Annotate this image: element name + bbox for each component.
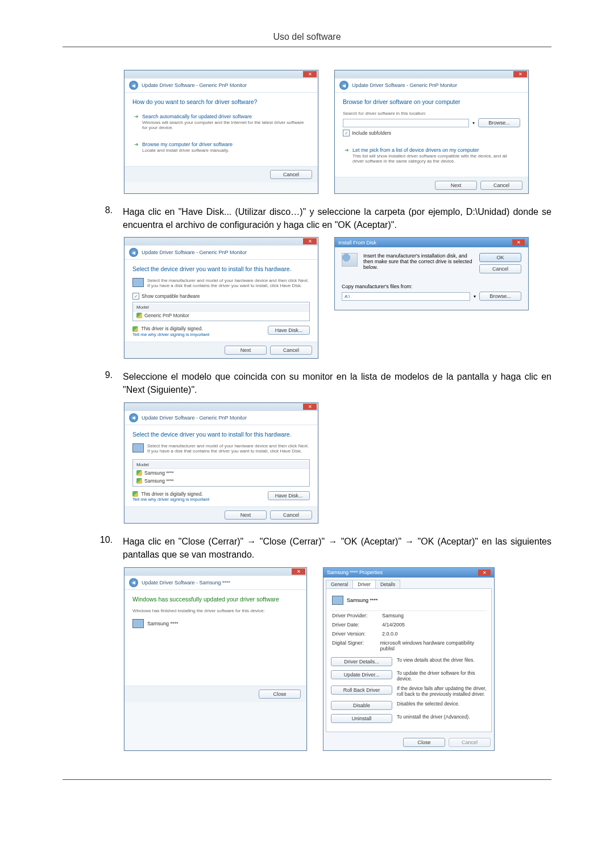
figure-row-b: ✕ ◄ Update Driver Software - Generic PnP… <box>124 237 551 359</box>
device-name: Samsung **** <box>147 621 179 626</box>
signer-value: microsoft windows hardware compatibility… <box>380 640 486 651</box>
step-number: 8. <box>63 205 123 215</box>
close-icon[interactable]: ✕ <box>303 238 317 244</box>
breadcrumb: ◄ Update Driver Software - Samsung **** <box>125 576 306 590</box>
show-compatible-checkbox[interactable]: ✓ Show compatible hardware <box>132 293 310 300</box>
dialog-instruction: Select the manufacturer and model of you… <box>147 443 310 454</box>
dialog-message: Insert the manufacturer's installation d… <box>363 253 474 273</box>
date-key: Driver Date: <box>332 622 382 628</box>
tab-details[interactable]: Details <box>375 580 400 588</box>
model-list[interactable]: Model Samsung **** Samsung **** <box>132 459 310 487</box>
driver-details-button[interactable]: Driver Details... <box>331 657 392 666</box>
option-sub: Windows will search your computer and th… <box>142 120 306 130</box>
include-subfolders-checkbox[interactable]: ✓ Include subfolders <box>343 130 520 136</box>
dialog-heading: Select the device driver you want to ins… <box>132 431 310 438</box>
step-text: Haga clic en "Close (Cerrar)" → "Close (… <box>123 535 551 561</box>
titlebar: ✕ <box>125 568 306 576</box>
titlebar: ✕ <box>125 403 318 411</box>
back-icon[interactable]: ◄ <box>339 81 349 90</box>
checkbox-label: Show compatible hardware <box>142 293 200 299</box>
model-list[interactable]: Model Generic PnP Monitor <box>132 302 310 321</box>
list-header: Model <box>133 304 309 312</box>
titlebar: Install From Disk ✕ <box>335 238 528 247</box>
close-button[interactable]: Close <box>259 690 301 699</box>
ok-button[interactable]: OK <box>479 253 521 262</box>
back-icon[interactable]: ◄ <box>129 81 138 90</box>
list-item[interactable]: Samsung **** <box>133 469 309 477</box>
list-item-label: Generic PnP Monitor <box>144 313 189 318</box>
option-browse-computer[interactable]: Browse my computer for driver software L… <box>132 139 310 157</box>
shield-icon <box>132 326 138 332</box>
back-icon[interactable]: ◄ <box>129 413 138 422</box>
date-value: 4/14/2005 <box>382 622 405 628</box>
monitor-icon <box>332 596 343 605</box>
provider-key: Driver Provider: <box>332 613 382 618</box>
footer-rule <box>63 779 551 780</box>
list-item-label: Samsung **** <box>144 470 174 476</box>
monitor-icon <box>132 443 144 452</box>
cancel-button[interactable]: Cancel <box>479 264 521 273</box>
dropdown-icon[interactable]: ▾ <box>474 294 476 299</box>
have-disk-button[interactable]: Have Disk... <box>268 491 310 500</box>
close-icon[interactable]: ✕ <box>513 71 527 77</box>
close-icon[interactable]: ✕ <box>292 568 305 575</box>
signed-text: This driver is digitally signed. <box>141 491 203 497</box>
version-key: Driver Version: <box>332 631 382 637</box>
dropdown-icon[interactable]: ▾ <box>472 121 475 126</box>
rollback-driver-button[interactable]: Roll Back Driver <box>331 686 392 695</box>
breadcrumb: ◄ Update Driver Software - Generic PnP M… <box>125 246 318 260</box>
close-icon[interactable]: ✕ <box>303 404 317 410</box>
next-button[interactable]: Next <box>225 510 267 520</box>
titlebar: ✕ <box>125 238 318 246</box>
shield-icon <box>132 491 138 497</box>
window-title: Update Driver Software - Samsung **** <box>142 580 230 585</box>
signing-info-link[interactable]: Tell me why driver signing is important <box>132 332 209 337</box>
option-label: Search automatically for updated driver … <box>142 114 252 119</box>
dialog-select-driver-generic: ✕ ◄ Update Driver Software - Generic PnP… <box>124 237 318 359</box>
have-disk-button[interactable]: Have Disk... <box>268 326 310 335</box>
tab-driver[interactable]: Driver <box>352 580 376 588</box>
step-8: 8. Haga clic en "Have Disk... (Utilizar … <box>63 205 551 231</box>
checkbox-icon: ✓ <box>343 130 350 136</box>
next-button[interactable]: Next <box>435 181 477 190</box>
list-item[interactable]: Samsung **** <box>133 477 309 485</box>
step-9: 9. Seleccione el modelo que coincida con… <box>63 370 551 396</box>
back-icon[interactable]: ◄ <box>129 578 138 587</box>
uninstall-desc: To uninstall the driver (Advanced). <box>397 714 487 720</box>
dialog-update-success: ✕ ◄ Update Driver Software - Samsung ***… <box>124 567 307 751</box>
cancel-button[interactable]: Cancel <box>270 346 312 355</box>
shield-icon <box>136 313 142 318</box>
list-item[interactable]: Generic PnP Monitor <box>133 312 309 319</box>
titlebar: Samsung **** Properties ✕ <box>323 568 494 578</box>
close-icon[interactable]: ✕ <box>478 570 491 576</box>
page-title: Uso del software <box>63 32 551 42</box>
browse-button[interactable]: Browse... <box>478 118 520 127</box>
cancel-button[interactable]: Cancel <box>480 181 522 190</box>
signing-info-link[interactable]: Tell me why driver signing is important <box>132 497 209 502</box>
window-title: Install From Disk <box>338 240 376 246</box>
step-number: 10. <box>63 535 123 545</box>
update-driver-desc: To update the driver software for this d… <box>397 670 487 682</box>
disable-button[interactable]: Disable <box>331 701 392 710</box>
copy-from-input[interactable]: A:\ <box>342 292 470 301</box>
update-driver-button[interactable]: Update Driver... <box>331 670 392 679</box>
search-location-label: Search for driver software in this locat… <box>343 111 520 116</box>
cancel-button: Cancel <box>449 738 491 747</box>
option-pick-from-list[interactable]: Let me pick from a list of device driver… <box>343 144 520 168</box>
option-sub: Locate and install driver software manua… <box>142 148 306 153</box>
browse-button[interactable]: Browse... <box>479 292 521 301</box>
close-button[interactable]: Close <box>403 738 445 747</box>
option-search-auto[interactable]: Search automatically for updated driver … <box>132 111 310 134</box>
next-button[interactable]: Next <box>225 346 267 355</box>
back-icon[interactable]: ◄ <box>129 248 138 257</box>
cancel-button[interactable]: Cancel <box>270 510 312 520</box>
window-title: Update Driver Software - Generic PnP Mon… <box>142 82 247 88</box>
location-input[interactable] <box>343 119 469 127</box>
cancel-button[interactable]: Cancel <box>270 170 312 179</box>
close-icon[interactable]: ✕ <box>303 71 317 77</box>
close-icon[interactable]: ✕ <box>512 239 525 246</box>
dialog-heading: Browse for driver software on your compu… <box>343 98 520 105</box>
copy-from-label: Copy manufacturer's files from: <box>342 284 521 289</box>
uninstall-button[interactable]: Uninstall <box>331 714 392 723</box>
tab-general[interactable]: General <box>326 580 353 588</box>
